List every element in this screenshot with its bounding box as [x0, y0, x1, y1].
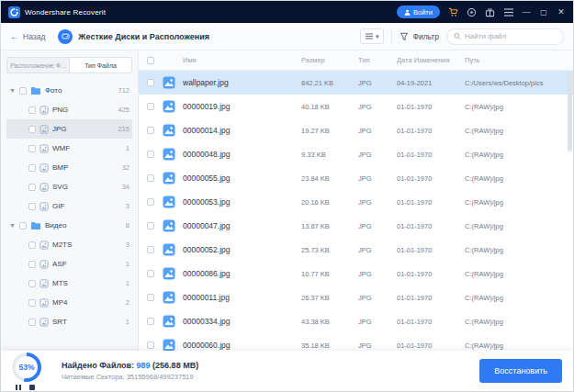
table-row[interactable]: 00000055.jpg 23.84 KB JPG 01-01-1970 C:(… [139, 166, 573, 190]
tree-item[interactable]: M2TS 3 [6, 235, 132, 254]
scrollbar-thumb[interactable] [568, 73, 572, 151]
tree-group[interactable]: ▼ Видео 8 [6, 216, 132, 235]
tree-item-label: ASF [52, 260, 67, 268]
column-header-name[interactable]: Имя [183, 56, 301, 64]
file-path: C:(RAW)/jpg [465, 127, 573, 135]
file-type: JPG [358, 342, 397, 350]
file-name: 00000334.jpg [183, 317, 301, 326]
file-type-icon [39, 125, 49, 134]
file-path: C:(RAW)/jpg [465, 103, 573, 111]
tree-checkbox[interactable] [28, 299, 36, 307]
tree-checkbox[interactable] [28, 164, 36, 172]
row-checkbox[interactable] [147, 103, 154, 110]
select-all-checkbox[interactable] [147, 57, 154, 64]
row-checkbox[interactable] [147, 222, 154, 230]
tree-checkbox[interactable] [28, 261, 36, 268]
scrollbar[interactable] [568, 73, 572, 349]
tree-item[interactable]: WMF 1 [6, 139, 132, 158]
file-name: 00000055.jpg [183, 174, 301, 183]
tree-item[interactable]: MTS 1 [6, 274, 132, 293]
file-path: C:(RAW)/jpg [465, 294, 573, 302]
column-header-type[interactable]: Тип [358, 56, 397, 64]
recover-button[interactable]: Восстановить [479, 359, 562, 383]
support-icon[interactable] [467, 7, 477, 17]
table-row[interactable]: wallpaper.jpg 842.21 KB JPG 04-19-2021 C… [139, 71, 573, 95]
row-checkbox[interactable] [147, 151, 154, 158]
table-row[interactable]: 00000334.jpg 43.38 KB JPG 01-01-1970 C:(… [139, 309, 573, 333]
image-file-icon [163, 339, 175, 351]
table-row[interactable]: 00000011.jpg 26.37 KB JPG 01-01-1970 C:(… [139, 286, 573, 309]
file-name: 00000048.jpg [183, 150, 301, 159]
row-checkbox[interactable] [147, 174, 154, 182]
column-header-date[interactable]: Дата Изменения [397, 56, 465, 64]
column-header-size[interactable]: Размер [301, 56, 358, 64]
pause-button[interactable] [16, 385, 21, 390]
cart-icon[interactable] [448, 7, 458, 17]
tree-item[interactable]: JPG 215 [6, 119, 132, 139]
row-checkbox[interactable] [147, 318, 154, 325]
tree-checkbox[interactable] [28, 280, 36, 287]
tree-item[interactable]: SRT 1 [6, 312, 132, 331]
login-button[interactable]: Войти [397, 6, 440, 18]
folder-icon [30, 86, 41, 95]
search-input[interactable] [465, 32, 557, 40]
back-button[interactable]: ← Назад [10, 32, 45, 41]
tab-file-type[interactable]: Тип Файла [69, 57, 132, 73]
row-checkbox[interactable] [147, 294, 154, 301]
file-path: C:(RAW)/jpg [465, 270, 573, 278]
tree-checkbox[interactable] [28, 203, 36, 210]
close-button[interactable]: ✕ [557, 7, 566, 17]
tab-file-location[interactable]: Расположение Ф... [6, 57, 69, 73]
table-row[interactable]: 00000014.jpg 19.27 KB JPG 01-01-1970 C:(… [139, 118, 573, 142]
table-row[interactable]: 00000060.jpg 35.18 KB JPG 01-01-1970 C:(… [139, 333, 573, 351]
row-checkbox[interactable] [147, 79, 154, 86]
stop-button[interactable] [29, 385, 35, 390]
tree-item[interactable]: GIF 3 [6, 196, 132, 216]
tree-checkbox[interactable] [28, 106, 36, 114]
row-checkbox[interactable] [147, 270, 154, 277]
tree-checkbox[interactable] [28, 241, 36, 249]
file-type: JPG [358, 174, 397, 183]
tree-checkbox[interactable] [28, 126, 36, 133]
caret-down-icon[interactable]: ▼ [9, 222, 16, 229]
tree-checkbox[interactable] [28, 184, 36, 191]
tree-checkbox[interactable] [28, 145, 36, 152]
row-checkbox[interactable] [147, 246, 154, 253]
tree-item-count: 32 [122, 163, 129, 172]
row-checkbox[interactable] [147, 342, 154, 349]
table-row[interactable]: 00000047.jpg 13.87 KB JPG 01-01-1970 C:(… [139, 214, 573, 238]
gift-icon[interactable] [485, 7, 495, 17]
caret-down-icon[interactable]: ▼ [9, 87, 16, 94]
minimize-button[interactable]: — [522, 7, 531, 17]
table-row[interactable]: 00000053.jpg 20.16 KB JPG 01-01-1970 C:(… [139, 190, 573, 214]
row-checkbox[interactable] [147, 127, 154, 134]
tree-checkbox[interactable] [19, 222, 27, 230]
sectors-label: Читаемые Сектора: [62, 373, 125, 381]
table-row[interactable]: 00000019.jpg 40.18 KB JPG 01-01-1970 C:(… [139, 95, 573, 118]
tree-item[interactable]: PNG 425 [6, 100, 132, 119]
row-checkbox[interactable] [147, 198, 154, 206]
scan-summary: Найдено Файлов: 989 (256.88 MB) Читаемые… [62, 361, 198, 381]
tree-item[interactable]: BMP 32 [6, 158, 132, 177]
file-type-icon [39, 183, 49, 192]
tree-item[interactable]: ASF 1 [6, 254, 132, 274]
menu-icon[interactable] [503, 7, 513, 17]
filter-button[interactable]: Фильтр [400, 32, 439, 41]
tree-checkbox[interactable] [19, 87, 27, 95]
file-type: JPG [358, 246, 397, 254]
column-header-path[interactable]: Путь [465, 56, 573, 64]
found-files-label: Найдено Файлов: [62, 361, 134, 370]
table-row[interactable]: 00000048.jpg 9.33 KB JPG 01-01-1970 C:(R… [139, 142, 573, 166]
table-row[interactable]: 00000052.jpg 25.73 KB JPG 01-01-1970 C:(… [139, 238, 573, 262]
tree-item[interactable]: MP4 2 [6, 293, 132, 312]
search-box[interactable] [446, 28, 564, 45]
view-mode-button[interactable]: ▾ [360, 28, 385, 44]
table-row[interactable]: 00000086.jpg 10.77 KB JPG 01-01-1970 C:(… [139, 262, 573, 286]
tree-item[interactable]: SVG 34 [6, 177, 132, 196]
back-arrow-icon: ← [10, 32, 19, 41]
tree-checkbox[interactable] [28, 319, 36, 326]
tree-group[interactable]: ▼ Фото 712 [6, 81, 132, 100]
tree-item-count: 1 [126, 279, 129, 287]
maximize-button[interactable]: ▢ [539, 8, 548, 17]
file-type-icon [39, 163, 49, 173]
